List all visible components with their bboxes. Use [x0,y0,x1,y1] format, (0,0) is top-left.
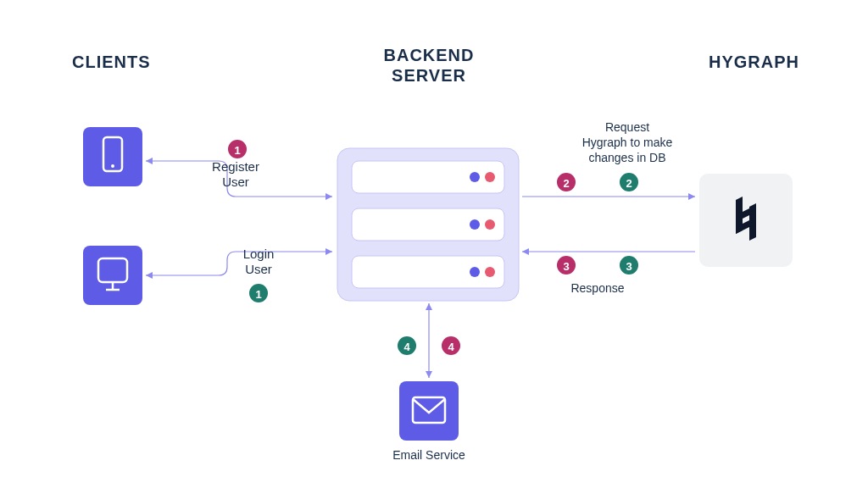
svg-rect-0 [83,127,142,186]
svg-text:2: 2 [626,177,632,190]
backend-server [337,148,519,301]
svg-text:Response: Response [570,281,624,295]
server-row-3 [352,256,504,288]
email-service: Email Service [392,381,465,462]
step-request: Request Hygraph to make changes in DB 2 … [557,120,673,191]
svg-text:4: 4 [403,341,410,353]
step-response: 3 3 Response [557,256,638,295]
svg-text:Login: Login [243,247,275,261]
svg-point-10 [485,172,495,182]
email-service-label: Email Service [392,448,465,462]
server-row-1 [352,161,504,193]
svg-rect-17 [699,174,793,267]
svg-marker-26 [426,303,432,310]
heading-backend-line1: BACKEND [384,46,475,64]
step-login: Login User 1 [243,247,275,302]
flow-login [146,252,332,275]
svg-text:3: 3 [563,260,569,273]
svg-point-15 [470,267,480,277]
svg-marker-24 [688,193,695,200]
svg-text:Request: Request [605,120,649,134]
svg-point-12 [470,219,480,230]
svg-rect-3 [83,246,142,305]
svg-text:4: 4 [448,341,454,353]
svg-marker-21 [146,158,153,164]
svg-marker-27 [426,371,432,378]
step-register: 1 Register User [212,140,259,189]
svg-text:3: 3 [626,260,632,273]
svg-text:2: 2 [563,177,569,190]
svg-rect-11 [352,208,504,241]
svg-rect-8 [352,161,504,193]
svg-marker-23 [146,272,153,279]
svg-point-16 [485,267,495,277]
svg-text:Register: Register [212,159,259,174]
svg-marker-25 [522,248,529,255]
svg-point-13 [485,219,495,230]
svg-text:1: 1 [234,144,240,157]
heading-clients: CLIENTS [72,53,151,71]
svg-marker-22 [326,248,332,255]
heading-backend-line2: SERVER [392,66,466,85]
hygraph-box [699,174,793,267]
svg-text:1: 1 [255,288,261,301]
client-mobile [83,127,142,186]
svg-text:User: User [245,262,272,276]
svg-point-2 [111,164,114,168]
svg-text:changes in DB: changes in DB [588,151,665,164]
svg-point-9 [470,172,480,182]
svg-text:User: User [222,175,249,189]
svg-rect-18 [399,381,459,441]
client-desktop [83,246,142,305]
architecture-diagram: CLIENTS BACKEND SERVER HYGRAPH [0,0,868,488]
heading-hygraph: HYGRAPH [709,53,799,71]
svg-text:Hygraph to make: Hygraph to make [582,136,673,149]
server-row-2 [352,208,504,241]
svg-rect-14 [352,256,504,288]
svg-marker-20 [326,193,332,200]
